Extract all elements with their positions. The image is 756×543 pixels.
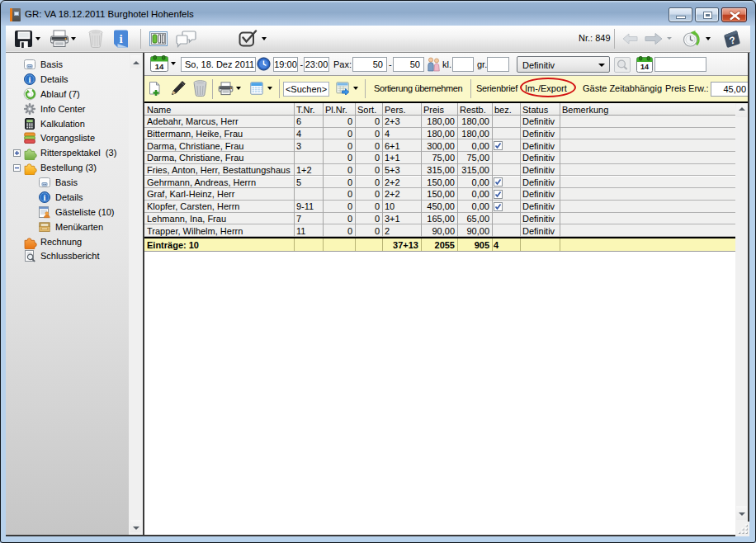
svg-text:i: i — [44, 193, 46, 202]
svg-text:i: i — [29, 75, 31, 84]
svg-text:i: i — [119, 32, 122, 45]
svg-text:14: 14 — [640, 63, 649, 71]
svg-text:14: 14 — [155, 62, 164, 71]
